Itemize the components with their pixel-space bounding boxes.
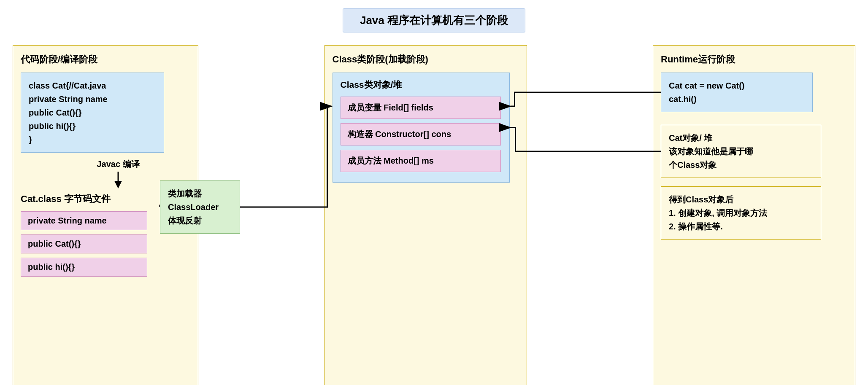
cat-obj-line1: Cat对象/ 堆 — [669, 131, 813, 145]
get-class-line2: 1. 创建对象, 调用对象方法 — [669, 206, 813, 220]
runtime-code-box: Cat cat = new Cat() cat.hi() — [661, 73, 813, 112]
code-box: class Cat{//Cat.java private String name… — [21, 73, 164, 153]
runtime-line2: cat.hi() — [669, 92, 805, 106]
runtime-line1: Cat cat = new Cat() — [669, 79, 805, 92]
bytecode-item-1: public Cat(){} — [21, 234, 147, 253]
classloader-box: 类加载器 ClassLoader 体现反射 — [160, 180, 240, 234]
code-line5: } — [29, 133, 156, 146]
class-obj-item-0: 成员变量 Field[] fields — [341, 97, 501, 119]
stage3-box: Runtime运行阶段 Cat cat = new Cat() cat.hi()… — [653, 45, 855, 385]
cat-obj-box: Cat对象/ 堆 该对象知道他是属于哪 个Class对象 — [661, 125, 821, 178]
stages-container: 代码阶段/编译阶段 class Cat{//Cat.java private S… — [13, 45, 855, 385]
compile-arrow-icon — [112, 172, 124, 188]
class-obj-item-1: 构造器 Constructor[] cons — [341, 123, 501, 145]
class-obj-box: Class类对象/堆 成员变量 Field[] fields 构造器 Const… — [333, 73, 510, 183]
get-class-line1: 得到Class对象后 — [669, 193, 813, 206]
code-line4: public hi(){} — [29, 119, 156, 133]
get-class-line3: 2. 操作属性等. — [669, 220, 813, 233]
stage3-title: Runtime运行阶段 — [661, 53, 847, 66]
get-class-box: 得到Class对象后 1. 创建对象, 调用对象方法 2. 操作属性等. — [661, 186, 821, 240]
code-line2: private String name — [29, 92, 156, 106]
svg-marker-1 — [114, 181, 122, 188]
code-line3: public Cat(){} — [29, 106, 156, 119]
stage2-box: Class类阶段(加载阶段) Class类对象/堆 成员变量 Field[] f… — [324, 45, 527, 385]
bytecode-item-0: private String name — [21, 211, 147, 230]
classloader-line1: 类加载器 — [168, 187, 232, 200]
class-obj-item-2: 成员方法 Method[] ms — [341, 150, 501, 172]
main-title: Java 程序在计算机有三个阶段 — [343, 8, 525, 32]
stage1-title: 代码阶段/编译阶段 — [21, 53, 190, 66]
bytecode-item-2: public hi(){} — [21, 258, 147, 277]
stage2-title: Class类阶段(加载阶段) — [333, 53, 519, 66]
code-line1: class Cat{//Cat.java — [29, 79, 156, 92]
stage1-box: 代码阶段/编译阶段 class Cat{//Cat.java private S… — [13, 45, 198, 385]
class-obj-title: Class类对象/堆 — [341, 79, 502, 91]
main-container: Java 程序在计算机有三个阶段 代码阶段/编译阶段 class Cat{//C… — [0, 0, 868, 385]
classloader-line3: 体现反射 — [168, 214, 232, 227]
classloader-line2: ClassLoader — [168, 200, 232, 214]
cat-obj-line3: 个Class对象 — [669, 158, 813, 172]
cat-obj-line2: 该对象知道他是属于哪 — [669, 145, 813, 158]
compile-label: Javac 编译 — [97, 159, 139, 170]
